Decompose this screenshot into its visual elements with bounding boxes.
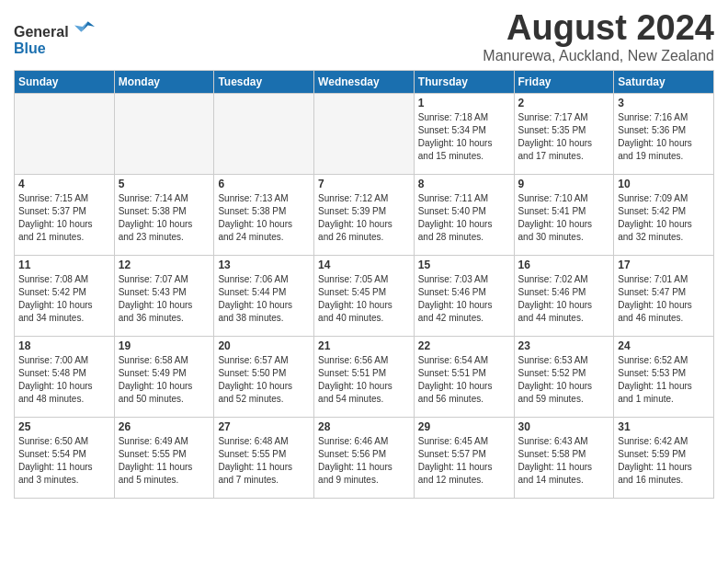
day-number: 10 — [618, 178, 710, 190]
calendar-cell: 13Sunrise: 7:06 AMSunset: 5:44 PMDayligh… — [214, 255, 314, 336]
day-number: 18 — [18, 339, 110, 352]
location-title: Manurewa, Auckland, New Zealand — [483, 48, 714, 64]
day-detail: Sunrise: 7:06 AMSunset: 5:44 PMDaylight:… — [218, 273, 310, 325]
day-detail: Sunrise: 6:48 AMSunset: 5:55 PMDaylight:… — [218, 435, 310, 487]
day-detail: Sunrise: 7:05 AMSunset: 5:45 PMDaylight:… — [318, 273, 410, 325]
day-detail: Sunrise: 6:42 AMSunset: 5:59 PMDaylight:… — [618, 435, 710, 487]
day-detail: Sunrise: 7:00 AMSunset: 5:48 PMDaylight:… — [18, 354, 110, 406]
day-detail: Sunrise: 7:14 AMSunset: 5:38 PMDaylight:… — [119, 192, 210, 244]
header-tuesday: Tuesday — [214, 70, 314, 93]
day-number: 7 — [318, 178, 410, 190]
day-number: 22 — [418, 339, 510, 352]
logo: General Blue — [14, 17, 95, 57]
calendar-cell: 3Sunrise: 7:16 AMSunset: 5:36 PMDaylight… — [614, 93, 714, 174]
day-detail: Sunrise: 7:12 AMSunset: 5:39 PMDaylight:… — [318, 192, 410, 244]
header-sunday: Sunday — [15, 70, 115, 93]
day-detail: Sunrise: 7:17 AMSunset: 5:35 PMDaylight:… — [518, 111, 610, 163]
day-number: 3 — [618, 97, 710, 109]
day-number: 19 — [119, 339, 210, 352]
day-detail: Sunrise: 7:13 AMSunset: 5:38 PMDaylight:… — [218, 192, 310, 244]
month-title: August 2024 — [483, 9, 714, 48]
day-number: 23 — [518, 339, 610, 352]
day-detail: Sunrise: 6:53 AMSunset: 5:52 PMDaylight:… — [518, 354, 610, 406]
day-number: 15 — [418, 259, 510, 271]
day-detail: Sunrise: 6:50 AMSunset: 5:54 PMDaylight:… — [18, 435, 110, 487]
day-number: 16 — [518, 259, 610, 271]
calendar-cell: 1Sunrise: 7:18 AMSunset: 5:34 PMDaylight… — [414, 93, 514, 174]
weekday-header-row: Sunday Monday Tuesday Wednesday Thursday… — [15, 70, 714, 93]
calendar-cell: 24Sunrise: 6:52 AMSunset: 5:53 PMDayligh… — [614, 336, 714, 417]
day-detail: Sunrise: 6:43 AMSunset: 5:58 PMDaylight:… — [518, 435, 610, 487]
calendar-cell: 7Sunrise: 7:12 AMSunset: 5:39 PMDaylight… — [314, 174, 415, 255]
calendar-cell: 20Sunrise: 6:57 AMSunset: 5:50 PMDayligh… — [214, 336, 314, 417]
day-number: 2 — [518, 97, 610, 109]
calendar-cell: 6Sunrise: 7:13 AMSunset: 5:38 PMDaylight… — [214, 174, 314, 255]
calendar-cell: 11Sunrise: 7:08 AMSunset: 5:42 PMDayligh… — [15, 255, 115, 336]
title-area: August 2024 Manurewa, Auckland, New Zeal… — [483, 9, 714, 64]
day-number: 1 — [418, 97, 510, 109]
day-number: 25 — [18, 420, 110, 433]
day-number: 28 — [318, 420, 410, 433]
day-number: 6 — [218, 178, 310, 190]
header-thursday: Thursday — [414, 70, 514, 93]
day-detail: Sunrise: 7:15 AMSunset: 5:37 PMDaylight:… — [18, 192, 110, 244]
day-number: 27 — [218, 420, 310, 433]
day-detail: Sunrise: 7:03 AMSunset: 5:46 PMDaylight:… — [418, 273, 510, 325]
day-number: 11 — [18, 259, 110, 271]
calendar-cell: 10Sunrise: 7:09 AMSunset: 5:42 PMDayligh… — [614, 174, 714, 255]
day-detail: Sunrise: 7:11 AMSunset: 5:40 PMDaylight:… — [418, 192, 510, 244]
calendar-table: Sunday Monday Tuesday Wednesday Thursday… — [14, 70, 714, 499]
day-number: 30 — [518, 420, 610, 433]
calendar-cell: 2Sunrise: 7:17 AMSunset: 5:35 PMDaylight… — [514, 93, 614, 174]
day-number: 5 — [119, 178, 210, 190]
calendar-cell: 8Sunrise: 7:11 AMSunset: 5:40 PMDaylight… — [414, 174, 514, 255]
day-number: 29 — [418, 420, 510, 433]
day-number: 14 — [318, 259, 410, 271]
calendar-cell: 18Sunrise: 7:00 AMSunset: 5:48 PMDayligh… — [15, 336, 115, 417]
day-detail: Sunrise: 7:01 AMSunset: 5:47 PMDaylight:… — [618, 273, 710, 325]
calendar-cell: 15Sunrise: 7:03 AMSunset: 5:46 PMDayligh… — [414, 255, 514, 336]
calendar-cell: 4Sunrise: 7:15 AMSunset: 5:37 PMDaylight… — [15, 174, 115, 255]
calendar-cell: 31Sunrise: 6:42 AMSunset: 5:59 PMDayligh… — [614, 417, 714, 498]
day-number: 12 — [119, 259, 210, 271]
calendar-cell: 23Sunrise: 6:53 AMSunset: 5:52 PMDayligh… — [514, 336, 614, 417]
calendar-cell: 21Sunrise: 6:56 AMSunset: 5:51 PMDayligh… — [314, 336, 415, 417]
calendar-cell: 17Sunrise: 7:01 AMSunset: 5:47 PMDayligh… — [614, 255, 714, 336]
day-detail: Sunrise: 7:09 AMSunset: 5:42 PMDaylight:… — [618, 192, 710, 244]
day-detail: Sunrise: 7:02 AMSunset: 5:46 PMDaylight:… — [518, 273, 610, 325]
calendar-cell: 26Sunrise: 6:49 AMSunset: 5:55 PMDayligh… — [114, 417, 214, 498]
day-detail: Sunrise: 7:10 AMSunset: 5:41 PMDaylight:… — [518, 192, 610, 244]
calendar-cell: 30Sunrise: 6:43 AMSunset: 5:58 PMDayligh… — [514, 417, 614, 498]
calendar-cell: 14Sunrise: 7:05 AMSunset: 5:45 PMDayligh… — [314, 255, 415, 336]
day-number: 9 — [518, 178, 610, 190]
day-number: 24 — [618, 339, 710, 352]
calendar-cell: 22Sunrise: 6:54 AMSunset: 5:51 PMDayligh… — [414, 336, 514, 417]
day-number: 4 — [18, 178, 110, 190]
day-number: 13 — [218, 259, 310, 271]
logo-text-blue: Blue — [14, 40, 46, 56]
logo-text-general: General — [14, 24, 69, 40]
day-detail: Sunrise: 6:58 AMSunset: 5:49 PMDaylight:… — [119, 354, 210, 406]
calendar-cell: 28Sunrise: 6:46 AMSunset: 5:56 PMDayligh… — [314, 417, 415, 498]
header: General Blue August 2024 Manurewa, Auckl… — [14, 9, 714, 64]
header-friday: Friday — [514, 70, 614, 93]
header-wednesday: Wednesday — [314, 70, 415, 93]
day-detail: Sunrise: 6:57 AMSunset: 5:50 PMDaylight:… — [218, 354, 310, 406]
calendar-cell: 16Sunrise: 7:02 AMSunset: 5:46 PMDayligh… — [514, 255, 614, 336]
calendar-cell: 5Sunrise: 7:14 AMSunset: 5:38 PMDaylight… — [114, 174, 214, 255]
header-monday: Monday — [114, 70, 214, 93]
calendar-cell: 27Sunrise: 6:48 AMSunset: 5:55 PMDayligh… — [214, 417, 314, 498]
day-number: 31 — [618, 420, 710, 433]
day-number: 20 — [218, 339, 310, 352]
calendar-cell: 12Sunrise: 7:07 AMSunset: 5:43 PMDayligh… — [114, 255, 214, 336]
week-row-4: 18Sunrise: 7:00 AMSunset: 5:48 PMDayligh… — [15, 336, 714, 417]
day-detail: Sunrise: 6:56 AMSunset: 5:51 PMDaylight:… — [318, 354, 410, 406]
calendar-cell — [214, 93, 314, 174]
week-row-5: 25Sunrise: 6:50 AMSunset: 5:54 PMDayligh… — [15, 417, 714, 498]
day-detail: Sunrise: 6:46 AMSunset: 5:56 PMDaylight:… — [318, 435, 410, 487]
calendar-cell — [114, 93, 214, 174]
calendar-cell — [314, 93, 415, 174]
week-row-2: 4Sunrise: 7:15 AMSunset: 5:37 PMDaylight… — [15, 174, 714, 255]
day-detail: Sunrise: 7:16 AMSunset: 5:36 PMDaylight:… — [618, 111, 710, 163]
calendar-cell: 9Sunrise: 7:10 AMSunset: 5:41 PMDaylight… — [514, 174, 614, 255]
